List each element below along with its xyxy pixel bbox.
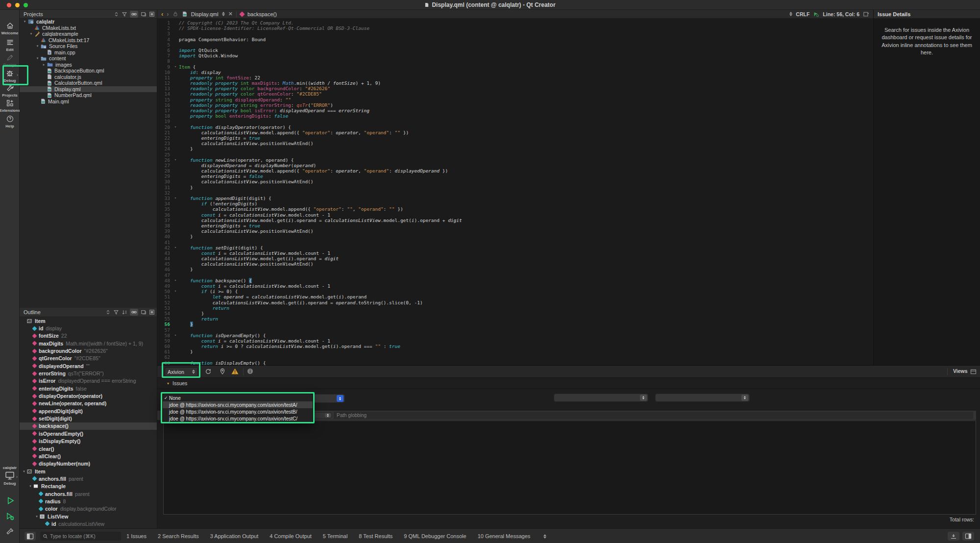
expander-icon[interactable]: ▾ xyxy=(28,32,34,36)
code-line[interactable]: 52 calculationsListView.model.get(i).ope… xyxy=(157,300,873,305)
code-line[interactable]: 24 } xyxy=(157,146,873,151)
code-line[interactable]: 34 if (!enteringDigits) xyxy=(157,201,873,206)
fold-marker-icon[interactable]: ▾ xyxy=(172,157,179,163)
code-line[interactable]: 59 const i = calculationsListView.model.… xyxy=(157,338,873,344)
code-line[interactable]: 20▾ function displayOperator(operator) { xyxy=(157,124,873,130)
issues-table[interactable] xyxy=(163,420,976,515)
code-line[interactable]: 15 property string displayedOperand: "" xyxy=(157,97,873,102)
code-line[interactable]: 57 xyxy=(157,327,873,333)
tree-row[interactable]: NumberPad.qml xyxy=(20,92,157,99)
filter-icon[interactable] xyxy=(113,309,119,315)
output-pane-button[interactable]: 2 Search Results xyxy=(158,533,199,539)
code-line[interactable]: 60 return i >= 0 ? calculationsListView.… xyxy=(157,344,873,349)
expander-icon[interactable]: ▾ xyxy=(34,515,39,518)
tree-row[interactable]: calculator.js xyxy=(20,74,157,80)
code-line[interactable]: 9▾Item { xyxy=(157,64,873,70)
mode-help[interactable]: Help xyxy=(0,115,20,128)
output-pane-selector[interactable]: Axivion xyxy=(165,367,198,376)
code-line[interactable]: 63▾ function isDisplayEmpty() { xyxy=(157,360,873,365)
code-line[interactable]: 62 xyxy=(157,354,873,360)
outline-row[interactable]: radius8 xyxy=(20,497,157,505)
code-line[interactable]: 31 } xyxy=(157,185,873,190)
output-pane-button[interactable]: 4 Compile Output xyxy=(270,533,312,539)
tree-row[interactable]: ▸images xyxy=(20,62,157,68)
sort-icon[interactable] xyxy=(122,309,127,315)
panel-picker-updown-icon[interactable] xyxy=(105,309,111,315)
tree-row[interactable]: CMakeLists.txt:17 xyxy=(20,37,157,44)
encoding-updown-icon[interactable] xyxy=(789,12,792,16)
code-line[interactable]: 13 readonly property color backgroundCol… xyxy=(157,86,873,91)
mode-edit[interactable]: Edit xyxy=(0,38,20,52)
outline-row[interactable]: displayNumber(num) xyxy=(20,460,157,468)
code-line[interactable]: 46 } xyxy=(157,267,873,272)
outline-row[interactable]: backspace() xyxy=(20,422,157,430)
expander-icon[interactable]: ▾ xyxy=(22,469,26,473)
tree-row[interactable]: CalculatorButton.qml xyxy=(20,80,157,86)
code-line[interactable]: 42▾ function setDigit(digit) { xyxy=(157,245,873,250)
dropdown-option[interactable]: ✓None xyxy=(163,395,313,401)
code-line[interactable]: 10 id: display xyxy=(157,70,873,75)
output-pane-button[interactable]: 10 General Messages xyxy=(478,533,531,539)
split-panel-icon[interactable] xyxy=(141,309,147,315)
sync-with-editor-icon[interactable] xyxy=(130,11,138,18)
output-pane-button[interactable]: 9 QML Debugger Console xyxy=(404,533,466,539)
code-line[interactable]: 36 const i = calculationsListView.model.… xyxy=(157,212,873,218)
code-line[interactable]: 16 readonly property string errorString:… xyxy=(157,102,873,108)
refresh-icon[interactable] xyxy=(205,368,212,375)
code-line[interactable]: 38 enteringDigits = true xyxy=(157,223,873,228)
code-line[interactable]: 25 xyxy=(157,152,873,157)
outline-row[interactable]: errorStringqsTr("ERROR") xyxy=(20,370,157,377)
code-line[interactable]: 6import QtQuick xyxy=(157,48,873,53)
path-filter-combo[interactable] xyxy=(313,412,332,419)
expander-icon[interactable]: ▸ xyxy=(41,63,47,67)
close-document-button[interactable]: ✕ xyxy=(228,11,233,17)
mode-design[interactable]: Design xyxy=(0,53,20,67)
fold-marker-icon[interactable]: ▾ xyxy=(172,360,179,365)
dropdown-option[interactable]: jdoe @ https://axivion-srv.ci.mycompany.… xyxy=(163,408,313,415)
tree-row[interactable]: Display.qml xyxy=(20,86,157,93)
close-panel-icon[interactable] xyxy=(149,11,155,17)
code-line[interactable]: 23 calculationsListView.positionViewAtEn… xyxy=(157,141,873,146)
code-line[interactable]: 28 calculationsListView.model.append({ "… xyxy=(157,168,873,173)
fold-marker-icon[interactable]: ▾ xyxy=(172,196,179,201)
output-pane-button[interactable]: 1 Issues xyxy=(126,533,147,539)
run-button[interactable] xyxy=(0,496,20,505)
toggle-right-sidebar-button[interactable] xyxy=(962,532,974,541)
code-line[interactable]: 49 const i = calculationsListView.model.… xyxy=(157,283,873,289)
code-line[interactable]: 43 const i = calculationsListView.model.… xyxy=(157,250,873,256)
code-line[interactable]: 5 xyxy=(157,42,873,48)
code-line[interactable]: 33▾ function appendDigit(digit) { xyxy=(157,196,873,201)
build-button[interactable] xyxy=(0,527,20,536)
code-line[interactable]: 45 calculationsListView.positionViewAtEn… xyxy=(157,261,873,267)
outline-row[interactable]: maxDigitsMath.min((width / fontSize) + 1… xyxy=(20,340,157,347)
outline-row[interactable]: enteringDigitsfalse xyxy=(20,385,157,392)
outline-row[interactable]: backgroundColor"#262626" xyxy=(20,347,157,354)
outline-row[interactable]: clear() xyxy=(20,445,157,452)
code-line[interactable]: 61 } xyxy=(157,349,873,354)
outline-row[interactable]: ▾Rectangle xyxy=(20,483,157,490)
code-line[interactable]: 41 xyxy=(157,240,873,245)
code-line[interactable]: 1// Copyright (C) 2023 The Qt Company Lt… xyxy=(157,20,873,25)
outline-row[interactable]: newLine(operator, operand) xyxy=(20,400,157,407)
code-line[interactable]: 29 enteringDigits = false xyxy=(157,173,873,179)
split-panel-icon[interactable] xyxy=(141,11,147,17)
code-line[interactable]: 47 xyxy=(157,272,873,278)
output-pane-button[interactable]: 5 Terminal xyxy=(323,533,348,539)
tree-row[interactable]: BackspaceButton.qml xyxy=(20,68,157,74)
code-line[interactable]: 4pragma ComponentBehavior: Bound xyxy=(157,37,873,42)
symbol-selector[interactable]: backspace() xyxy=(247,11,277,17)
fold-marker-icon[interactable]: ▾ xyxy=(172,124,179,130)
mode-projects[interactable]: Projects xyxy=(0,84,20,98)
outline-row[interactable]: anchors.fillparent xyxy=(20,475,157,482)
go-back-button[interactable]: ‹ xyxy=(161,10,163,18)
outline-row[interactable]: ▾ListView xyxy=(20,513,157,520)
toggle-left-sidebar-button[interactable] xyxy=(24,532,36,541)
filter-combo-2[interactable] xyxy=(655,394,750,402)
code-line[interactable]: 37 calculationsListView.model.get(i).ope… xyxy=(157,218,873,223)
code-line[interactable]: 21 calculationsListView.model.append({ "… xyxy=(157,130,873,135)
fold-marker-icon[interactable]: ▾ xyxy=(172,333,179,338)
code-line[interactable]: 54 } xyxy=(157,311,873,316)
code-line[interactable]: 51 let operand = calculationsListView.mo… xyxy=(157,294,873,299)
go-forward-button[interactable]: › xyxy=(167,10,169,18)
sync-with-editor-icon[interactable] xyxy=(130,309,138,316)
